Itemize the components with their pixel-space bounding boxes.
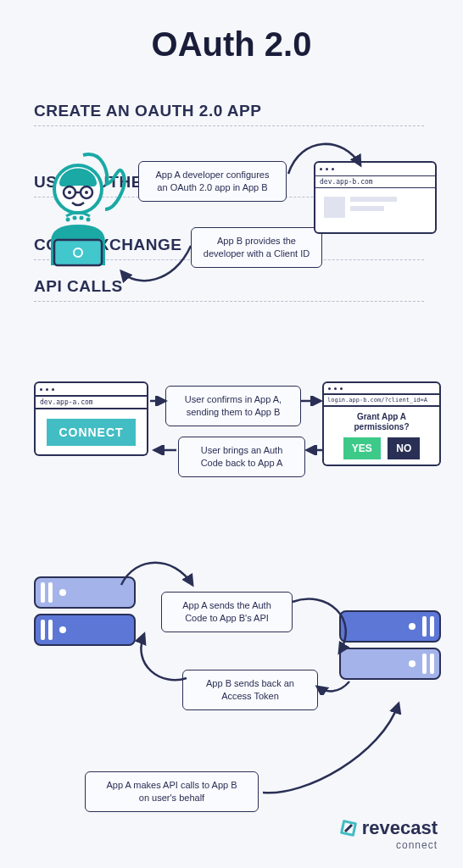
browser-mock-app-a: dev.app-a.com CONNECT [34, 381, 148, 456]
server-app-b-icon [339, 610, 441, 685]
brand-logo: revecast connect [340, 817, 438, 851]
svg-rect-10 [54, 240, 102, 265]
step-box-code-a: App A sends the AuthCode to App B's API [161, 592, 293, 632]
brand-name: revecast [362, 817, 438, 839]
browser-b-url: dev.app-b.com [314, 176, 437, 187]
developer-avatar-icon [34, 148, 127, 270]
brand-mark-icon [340, 820, 357, 837]
brand-subtitle: connect [340, 839, 438, 851]
connect-button[interactable]: CONNECT [47, 419, 135, 446]
server-app-a-icon [34, 576, 136, 651]
svg-point-6 [66, 218, 70, 222]
step-box-code-b: App B sends back anAccess Token [182, 670, 318, 710]
no-button[interactable]: NO [388, 437, 420, 459]
svg-point-8 [80, 216, 84, 220]
yes-button[interactable]: YES [343, 437, 381, 459]
step-box-create-b: App B provides thedeveloper with a Clien… [191, 227, 322, 268]
section-heading-api: API CALLS [34, 277, 424, 302]
step-box-api-a: App A makes API calls to App Bon user's … [85, 771, 259, 812]
browser-mock-login: login.app-b.com/?client_id=A Grant App A… [322, 381, 441, 466]
step-box-auth-a: User confirms in App A,sending them to A… [165, 386, 301, 426]
step-box-auth-b: User brings an AuthCode back to App A [178, 437, 305, 477]
browser-a-url: dev.app-a.com [34, 397, 148, 409]
login-url: login.app-b.com/?client_id=A [322, 395, 441, 407]
page-title: OAuth 2.0 [0, 25, 463, 64]
browser-mock-app-b: dev.app-b.com [314, 161, 437, 234]
grant-question: Grant App Apermissions? [329, 412, 434, 432]
svg-point-7 [73, 216, 77, 220]
step-box-create-a: App A developer configuresan OAuth 2.0 a… [138, 161, 287, 202]
svg-point-5 [85, 191, 88, 194]
svg-point-9 [86, 218, 91, 222]
svg-point-4 [68, 191, 71, 194]
section-heading-create: CREATE AN OAUTH 2.0 APP [34, 102, 424, 126]
